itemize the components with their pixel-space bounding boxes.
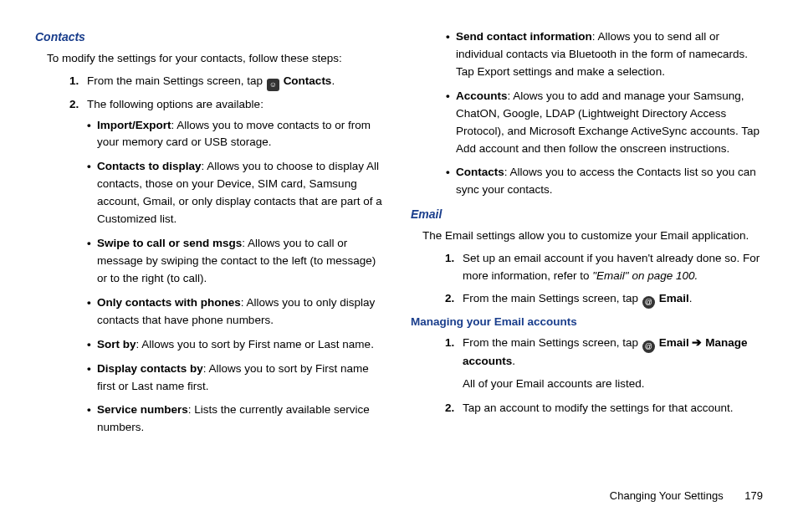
arrow-icon: ➔ xyxy=(692,336,702,349)
contacts-step-1: From the main Settings screen, tap ☺ Con… xyxy=(82,73,387,91)
email-step-2: From the main Settings screen, tap @ Ema… xyxy=(458,290,763,309)
list-item: Only contacts with phones: Allows you to… xyxy=(87,294,387,330)
list-item: Contacts to display: Allows you to choos… xyxy=(87,158,387,228)
contacts-icon: ☺ xyxy=(267,79,279,91)
email-heading: Email xyxy=(411,206,763,224)
contacts-heading: Contacts xyxy=(35,28,387,47)
managing-steps-cont: Tap an account to modify the settings fo… xyxy=(434,400,763,417)
contacts-steps: From the main Settings screen, tap ☺ Con… xyxy=(59,73,387,437)
list-item: Contacts: Allows you to access the Conta… xyxy=(446,164,763,199)
step-text: From the main Settings screen, tap xyxy=(87,74,266,87)
managing-step-1-note: All of your Email accounts are listed. xyxy=(463,376,763,393)
left-column: Contacts To modify the settings for your… xyxy=(35,28,387,482)
managing-steps: From the main Settings screen, tap @ Ema… xyxy=(434,335,763,371)
contacts-intro: To modify the settings for your contacts… xyxy=(47,50,387,68)
right-column: Send contact information: Allows you to … xyxy=(411,28,763,482)
contacts-step-2: The following options are available: Imp… xyxy=(82,96,387,437)
step-text: The following options are available: xyxy=(87,98,263,110)
email-icon: @ xyxy=(642,296,655,309)
managing-step-1: From the main Settings screen, tap @ Ema… xyxy=(458,335,763,371)
contacts-label: Contacts xyxy=(284,74,332,87)
contacts-options: Import/Export: Allows you to move contac… xyxy=(87,117,387,437)
email-intro: The Email settings allow you to customiz… xyxy=(422,228,763,245)
list-item: Send contact information: Allows you to … xyxy=(446,28,763,81)
email-icon: @ xyxy=(642,340,655,353)
footer-title: Changing Your Settings xyxy=(610,489,724,502)
email-steps: Set up an email account if you haven't a… xyxy=(434,250,763,309)
list-item: Accounts: Alows you to add and manage yo… xyxy=(446,88,763,158)
page-number: 179 xyxy=(744,489,763,502)
list-item: Swipe to call or send msgs: Allows you t… xyxy=(87,235,387,288)
contacts-options-continued: Send contact information: Allows you to … xyxy=(446,28,763,199)
list-item: Import/Export: Allows you to move contac… xyxy=(87,117,387,152)
list-item: Service numbers: Lists the currently ava… xyxy=(87,402,387,437)
email-page-ref: "Email" on page 100. xyxy=(592,269,698,282)
email-step-1: Set up an email account if you haven't a… xyxy=(458,250,763,285)
page-footer: Changing Your Settings 179 xyxy=(610,489,763,502)
list-item: Display contacts by: Allows you to sort … xyxy=(87,361,387,396)
managing-step-2: Tap an account to modify the settings fo… xyxy=(458,400,763,417)
list-item: Sort by: Allows you to sort by First nam… xyxy=(87,336,387,354)
managing-email-heading: Managing your Email accounts xyxy=(411,314,763,331)
